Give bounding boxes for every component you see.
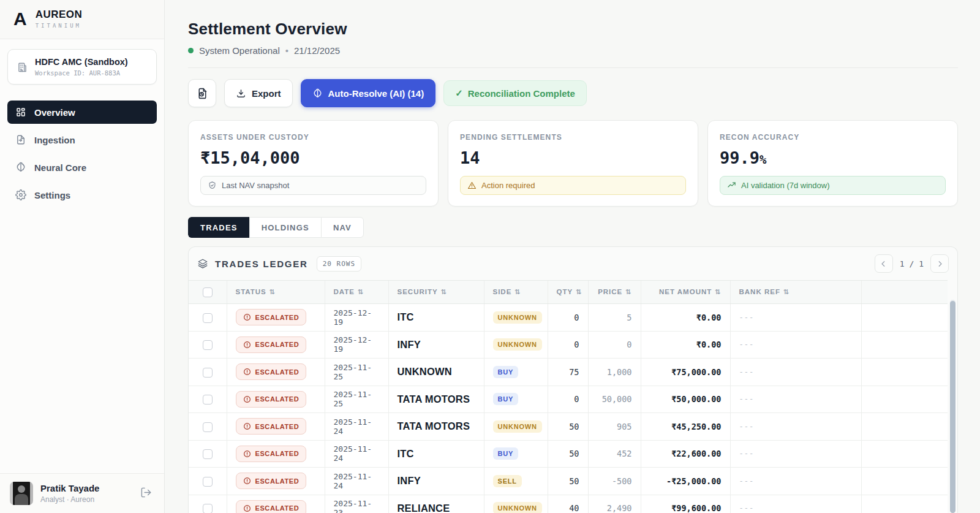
row-checkbox[interactable] xyxy=(203,368,213,378)
table-row[interactable]: ESCALATED 2025-12-19 INFY UNKNOWN 0 0 ₹0… xyxy=(189,331,948,359)
qty-cell: 40 xyxy=(548,495,588,513)
qty-cell: 0 xyxy=(548,304,588,332)
reconciliation-status-badge: ✓ Reconciliation Complete xyxy=(443,80,587,106)
status-dot xyxy=(188,48,194,53)
status-cell: ESCALATED xyxy=(227,386,325,413)
bank-ref-cell: --- xyxy=(730,440,861,468)
sidebar: A AUREON TITANIUM HDFC AMC (Sandbox) Wor… xyxy=(0,0,165,513)
brain-icon xyxy=(312,88,323,99)
side-cell: BUY xyxy=(484,359,548,386)
table-scrollbar-track[interactable] xyxy=(950,300,956,513)
column-header-qty[interactable]: QTY⇅ xyxy=(548,281,588,304)
bank-ref-cell: --- xyxy=(730,359,861,386)
card-value: 14 xyxy=(460,148,686,167)
spacer-cell xyxy=(861,386,948,413)
column-header-security[interactable]: SECURITY⇅ xyxy=(388,281,484,304)
pill-label: Last NAV snapshot xyxy=(222,181,289,190)
table-row[interactable]: ESCALATED 2025-11-24 INFY SELL 50 -500 -… xyxy=(189,468,948,495)
spacer-cell xyxy=(861,359,948,386)
sidebar-item-label: Ingestion xyxy=(34,135,75,145)
row-checkbox[interactable] xyxy=(203,422,213,432)
spacer-cell xyxy=(861,331,948,359)
trades-ledger-panel: TRADES LEDGER 20 ROWS 1 / 1 xyxy=(188,246,958,513)
row-checkbox[interactable] xyxy=(203,504,213,513)
sidebar-item-label: Neural Core xyxy=(34,162,86,173)
row-checkbox[interactable] xyxy=(203,340,213,350)
column-header-bank-ref[interactable]: BANK REF⇅ xyxy=(730,281,861,304)
auto-resolve-button[interactable]: Auto-Resolve (AI) (14) xyxy=(301,79,436,107)
table-row[interactable]: ESCALATED 2025-11-25 TATA MOTORS BUY 0 5… xyxy=(189,386,948,413)
tab-trades[interactable]: TRADES xyxy=(188,217,249,238)
sidebar-item-settings[interactable]: Settings xyxy=(7,183,157,207)
user-name: Pratik Tayade xyxy=(40,483,99,493)
security-cell: INFY xyxy=(388,468,484,495)
sidebar-item-neural-core[interactable]: Neural Core xyxy=(7,156,157,179)
side-badge: BUY xyxy=(493,393,519,405)
select-all-checkbox[interactable] xyxy=(203,287,213,297)
reconciliation-label: Reconciliation Complete xyxy=(468,88,575,99)
spacer-cell xyxy=(861,468,948,495)
security-cell: TATA MOTORS xyxy=(388,413,484,441)
alert-circle-icon xyxy=(243,504,251,512)
price-cell: 905 xyxy=(588,413,641,441)
history-report-button[interactable] xyxy=(188,79,216,107)
bank-ref-cell: --- xyxy=(730,413,861,441)
actions-toolbar: Export Auto-Resolve (AI) (14) ✓ Reconcil… xyxy=(188,79,958,107)
column-header-price[interactable]: PRICE⇅ xyxy=(588,281,641,304)
card-value: ₹15,04,000 xyxy=(200,148,426,167)
workspace-id: Workspace ID: AUR-883A xyxy=(35,69,128,77)
prev-page-button[interactable] xyxy=(875,254,893,273)
sort-icon: ⇅ xyxy=(270,288,276,296)
alert-circle-icon xyxy=(243,477,251,485)
card-value-suffix: % xyxy=(760,153,766,166)
sidebar-nav: Overview Ingestion Neural Core Settings xyxy=(0,101,164,207)
row-select-cell xyxy=(189,386,227,413)
workspace-name: HDFC AMC (Sandbox) xyxy=(35,57,128,67)
qty-cell: 50 xyxy=(548,440,588,468)
card-label: RECON ACCURACY xyxy=(720,133,946,142)
price-cell: 452 xyxy=(588,440,641,468)
tab-nav[interactable]: NAV xyxy=(321,217,364,238)
row-checkbox[interactable] xyxy=(203,313,213,323)
spacer-cell xyxy=(861,413,948,441)
column-header-status[interactable]: STATUS⇅ xyxy=(227,281,325,304)
table-row[interactable]: ESCALATED 2025-11-25 UNKNOWN BUY 75 1,00… xyxy=(189,359,948,386)
workspace-card[interactable]: HDFC AMC (Sandbox) Workspace ID: AUR-883… xyxy=(7,49,157,85)
sidebar-item-ingestion[interactable]: Ingestion xyxy=(7,128,157,151)
net-amount-cell: -₹25,000.00 xyxy=(641,468,730,495)
date-cell: 2025-12-19 xyxy=(325,304,388,332)
sidebar-item-overview[interactable]: Overview xyxy=(7,101,157,124)
side-badge: BUY xyxy=(493,447,519,460)
table-row[interactable]: ESCALATED 2025-11-23 RELIANCE UNKNOWN 40… xyxy=(189,495,948,513)
qty-cell: 0 xyxy=(548,386,588,413)
page-current: 1 xyxy=(900,259,905,268)
row-checkbox[interactable] xyxy=(203,477,213,487)
side-badge: UNKNOWN xyxy=(493,338,542,351)
export-button[interactable]: Export xyxy=(224,79,293,107)
tab-holdings[interactable]: HOLDINGS xyxy=(249,217,321,238)
qty-cell: 50 xyxy=(548,413,588,441)
brand-header: A AUREON TITANIUM xyxy=(0,0,164,39)
table-row[interactable]: ESCALATED 2025-11-24 ITC BUY 50 452 ₹22,… xyxy=(189,440,948,468)
bank-ref-cell: --- xyxy=(730,304,861,332)
sort-icon: ⇅ xyxy=(715,288,721,296)
sort-icon: ⇅ xyxy=(514,288,521,296)
column-header-date[interactable]: DATE⇅ xyxy=(325,281,388,304)
brand-logo-icon: A xyxy=(13,10,27,28)
logout-button[interactable] xyxy=(138,484,154,503)
next-page-button[interactable] xyxy=(930,254,949,273)
price-cell: -500 xyxy=(588,468,641,495)
table-scrollbar-thumb[interactable] xyxy=(950,301,956,513)
column-header-net-amount[interactable]: NET AMOUNT⇅ xyxy=(641,281,730,304)
column-header-side[interactable]: SIDE⇅ xyxy=(484,281,548,304)
alert-circle-icon xyxy=(243,395,251,403)
date-cell: 2025-11-24 xyxy=(325,440,388,468)
row-checkbox[interactable] xyxy=(203,449,213,459)
status-badge: ESCALATED xyxy=(236,500,307,513)
table-row[interactable]: ESCALATED 2025-12-19 ITC UNKNOWN 0 5 ₹0.… xyxy=(189,304,948,332)
card-value-text: ₹15,04,000 xyxy=(200,148,300,167)
check-icon: ✓ xyxy=(455,88,463,99)
row-checkbox[interactable] xyxy=(203,395,213,405)
chevron-right-icon xyxy=(935,259,944,268)
table-row[interactable]: ESCALATED 2025-11-24 TATA MOTORS UNKNOWN… xyxy=(189,413,948,441)
